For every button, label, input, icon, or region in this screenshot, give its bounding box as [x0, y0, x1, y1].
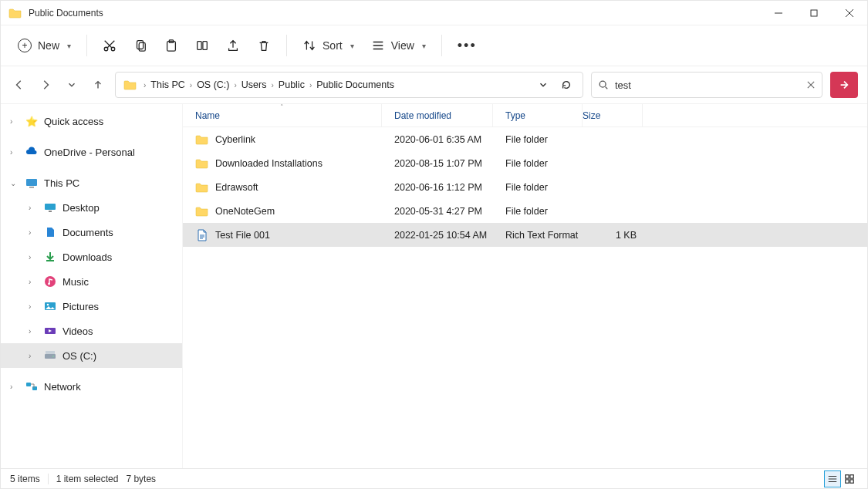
file-type: Rich Text Format — [505, 230, 578, 241]
column-header-size[interactable]: Size — [583, 104, 643, 126]
documents-icon — [44, 226, 56, 238]
chevron-right-icon[interactable]: › — [188, 81, 194, 89]
svg-rect-12 — [45, 204, 56, 210]
new-label: New — [38, 39, 59, 52]
address-bar[interactable]: › This PC › OS (C:) › Users › Public › P… — [115, 72, 583, 98]
column-header-name[interactable]: Name˄ — [183, 104, 382, 126]
forward-button[interactable] — [36, 76, 55, 94]
breadcrumb[interactable]: Public — [275, 79, 308, 90]
paste-button[interactable] — [158, 32, 184, 59]
chevron-down-icon: ▾ — [350, 42, 354, 50]
history-dropdown[interactable] — [532, 73, 555, 96]
maximize-button[interactable] — [796, 1, 832, 25]
search-icon — [592, 79, 615, 90]
large-icons-view-button[interactable] — [841, 470, 858, 487]
pc-icon — [25, 177, 38, 189]
cut-button[interactable] — [96, 32, 123, 59]
chevron-right-icon[interactable]: › — [270, 81, 275, 89]
star-icon: ⭐ — [25, 115, 38, 127]
window-title: Public Documents — [29, 8, 103, 19]
new-button[interactable]: + New ▾ — [12, 32, 77, 59]
chevron-right-icon[interactable]: › — [233, 81, 238, 89]
breadcrumb[interactable]: OS (C:) — [194, 79, 232, 90]
chevron-right-icon: › — [10, 148, 19, 157]
chevron-right-icon: › — [29, 352, 38, 360]
details-view-button[interactable] — [824, 470, 841, 487]
refresh-button[interactable] — [555, 73, 578, 96]
view-icon — [371, 39, 385, 52]
selection-count: 1 item selected — [49, 474, 127, 484]
network-icon — [25, 380, 38, 393]
sort-asc-icon: ˄ — [280, 104, 284, 111]
file-row[interactable]: Test File 0012022-01-25 10:54 AMRich Tex… — [183, 223, 867, 247]
breadcrumb[interactable]: This PC — [147, 79, 187, 90]
rename-icon — [195, 39, 209, 52]
search-box[interactable] — [591, 72, 822, 98]
back-button[interactable] — [10, 76, 29, 94]
sidebar-item-quick-access[interactable]: ›⭐Quick access — [1, 109, 182, 133]
svg-rect-19 — [45, 354, 56, 359]
cloud-icon — [25, 146, 38, 158]
chevron-right-icon: › — [10, 383, 19, 391]
svg-rect-23 — [32, 386, 37, 390]
close-button[interactable] — [832, 1, 867, 25]
svg-point-2 — [111, 47, 115, 51]
search-input[interactable] — [615, 79, 800, 91]
sidebar-item-pictures[interactable]: ›Pictures — [1, 294, 182, 319]
sidebar-item-documents[interactable]: ›Documents — [1, 220, 182, 244]
folder-icon — [195, 180, 209, 194]
column-header-type[interactable]: Type — [493, 104, 583, 126]
sidebar-item-downloads[interactable]: ›Downloads — [1, 244, 182, 269]
svg-rect-26 — [846, 479, 849, 482]
breadcrumb[interactable]: Public Documents — [313, 79, 397, 90]
search-submit-button[interactable] — [830, 72, 858, 98]
svg-rect-10 — [26, 179, 37, 186]
recent-button[interactable] — [62, 76, 81, 94]
file-row[interactable]: Edrawsoft2020-06-16 1:12 PMFile folder — [183, 175, 867, 199]
column-headers: Name˄ Date modified Type Size — [183, 104, 867, 127]
svg-rect-25 — [850, 474, 853, 477]
scissors-icon — [103, 39, 117, 52]
clear-search-button[interactable] — [800, 81, 822, 89]
sidebar-item-videos[interactable]: ›Videos — [1, 319, 182, 343]
videos-icon — [44, 325, 56, 337]
copy-button[interactable] — [127, 32, 154, 59]
sort-button[interactable]: Sort ▾ — [296, 32, 360, 59]
more-button[interactable]: ••• — [451, 32, 483, 59]
sidebar-item-music[interactable]: ›Music — [1, 269, 182, 294]
sidebar-item-network[interactable]: ›Network — [1, 374, 182, 399]
up-button[interactable] — [89, 76, 107, 94]
chevron-right-icon: › — [29, 302, 38, 311]
sidebar-item-onedrive[interactable]: ›OneDrive - Personal — [1, 140, 182, 164]
sidebar-item-this-pc[interactable]: ⌄This PC — [1, 170, 182, 195]
breadcrumb[interactable]: Users — [238, 79, 270, 90]
rename-button[interactable] — [189, 32, 215, 59]
sidebar-item-desktop[interactable]: ›Desktop — [1, 195, 182, 220]
desktop-icon — [44, 201, 56, 214]
file-row[interactable]: Cyberlink2020-06-01 6:35 AMFile folder — [183, 127, 867, 151]
file-list: Name˄ Date modified Type Size Cyberlink2… — [183, 104, 867, 468]
minimize-button[interactable] — [761, 1, 796, 25]
drive-icon — [44, 349, 56, 362]
rtf-file-icon — [195, 228, 209, 242]
chevron-right-icon[interactable]: › — [142, 81, 147, 89]
svg-rect-27 — [850, 479, 853, 482]
file-row[interactable]: Downloaded Installations2020-08-15 1:07 … — [183, 151, 867, 175]
sidebar-item-os-c[interactable]: ›OS (C:) — [1, 343, 182, 368]
file-row[interactable]: OneNoteGem2020-05-31 4:27 PMFile folder — [183, 199, 867, 223]
window-folder-icon — [8, 6, 22, 20]
music-icon — [44, 275, 56, 288]
share-button[interactable] — [220, 32, 246, 59]
chevron-right-icon[interactable]: › — [308, 81, 313, 89]
selection-size: 7 bytes — [126, 474, 156, 484]
more-icon: ••• — [458, 38, 477, 54]
column-header-date[interactable]: Date modified — [382, 104, 493, 126]
view-button[interactable]: View ▾ — [365, 32, 432, 59]
file-date: 2020-06-01 6:35 AM — [394, 134, 481, 145]
svg-point-21 — [52, 356, 54, 357]
titlebar[interactable]: Public Documents — [1, 1, 867, 25]
toolbar: + New ▾ — [1, 25, 867, 66]
toolbar-separator — [86, 35, 87, 56]
svg-rect-4 — [139, 42, 145, 51]
delete-button[interactable] — [251, 32, 277, 59]
